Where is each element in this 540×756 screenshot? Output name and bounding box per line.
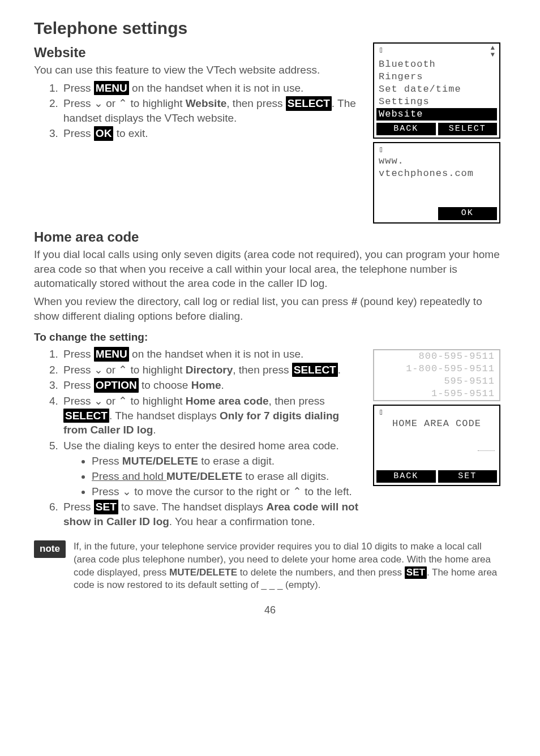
home-step-5b: Press and hold MUTE/DELETE to erase all … — [92, 469, 364, 484]
hac-input — [374, 443, 499, 455]
home-step-2: Press ⌄ or ⌃ to highlight Directory, the… — [61, 363, 364, 377]
up-caret-icon: ⌃ — [118, 364, 127, 376]
hac-title: HOME AREA CODE — [374, 418, 499, 430]
home-step-6: Press SET to save. The handset displays … — [61, 500, 364, 529]
down-caret-icon: ⌄ — [94, 395, 103, 407]
scroll-arrows-icon: ▲▼ — [491, 45, 495, 58]
battery-icon — [379, 45, 383, 58]
home-step-5: Use the dialing keys to enter the desire… — [61, 439, 364, 499]
lcd-dial-options: 800-595-9511 1-800-595-9511 595-9511 1-5… — [373, 349, 500, 401]
menu-item: Set date/time — [374, 83, 499, 96]
page-number: 46 — [34, 603, 506, 617]
softkey-back: BACK — [376, 470, 436, 483]
website-line1: www. — [374, 155, 499, 167]
ok-button: OK — [94, 126, 114, 141]
lcd-website-screen: www. vtechphones.com OK — [373, 142, 500, 224]
dial-option: 800-595-9511 — [374, 350, 499, 363]
battery-icon — [379, 144, 383, 155]
home-step-5c: Press ⌄ to move the cursor to the right … — [92, 484, 364, 499]
website-step-3: Press OK to exit. — [61, 126, 364, 141]
home-step-1: Press MENU on the handset when it is not… — [61, 347, 364, 362]
dial-option: 1-595-9511 — [374, 388, 499, 400]
dial-option: 595-9511 — [374, 375, 499, 388]
menu-button: MENU — [94, 347, 129, 362]
select-button: SELECT — [292, 363, 338, 377]
softkey-ok: OK — [438, 207, 498, 220]
down-caret-icon: ⌄ — [122, 486, 131, 497]
website-step-1: Press MENU on the handset when it is not… — [61, 81, 364, 96]
change-heading: To change the setting: — [34, 330, 506, 345]
website-heading: Website — [34, 44, 364, 62]
battery-icon — [379, 407, 383, 418]
select-button: SELECT — [286, 96, 332, 111]
note-label: note — [34, 540, 66, 558]
set-button: SET — [405, 566, 427, 579]
down-caret-icon: ⌄ — [94, 97, 103, 109]
softkey-set: SET — [438, 470, 498, 483]
up-caret-icon: ⌃ — [118, 97, 127, 109]
home-p1: If you dial local calls using only seven… — [34, 247, 506, 291]
page-title: Telephone settings — [34, 17, 506, 40]
down-caret-icon: ⌄ — [94, 364, 103, 376]
lcd-home-area-code: HOME AREA CODE BACK SET — [373, 405, 500, 486]
website-line2: vtechphones.com — [374, 167, 499, 180]
home-heading: Home area code — [34, 228, 506, 246]
home-step-4: Press ⌄ or ⌃ to highlight Home area code… — [61, 394, 364, 437]
menu-button: MENU — [94, 81, 129, 96]
up-caret-icon: ⌃ — [293, 486, 302, 497]
menu-item-selected: Website — [376, 108, 497, 121]
website-step-2: Press ⌄ or ⌃ to highlight Website, then … — [61, 96, 364, 125]
note-text: If, in the future, your telephone servic… — [74, 540, 506, 592]
option-button: OPTION — [94, 378, 139, 393]
website-steps: Press MENU on the handset when it is not… — [34, 81, 364, 141]
select-button: SELECT — [63, 409, 109, 423]
set-button: SET — [94, 500, 118, 514]
home-p2: When you review the directory, call log … — [34, 294, 506, 323]
softkey-select: SELECT — [438, 123, 498, 135]
menu-item: Settings — [374, 96, 499, 108]
menu-item: Bluetooth — [374, 58, 499, 71]
website-intro: You can use this feature to view the VTe… — [34, 63, 364, 78]
lcd-menu-screen: ▲▼ Bluetooth Ringers Set date/time Setti… — [373, 42, 500, 139]
menu-item: Ringers — [374, 71, 499, 83]
softkey-back: BACK — [376, 123, 436, 135]
up-caret-icon: ⌃ — [118, 395, 127, 407]
home-steps: Press MENU on the handset when it is not… — [34, 347, 364, 529]
dial-option: 1-800-595-9511 — [374, 363, 499, 375]
home-step-3: Press OPTION to choose Home. — [61, 378, 364, 393]
home-step-5a: Press MUTE/DELETE to erase a digit. — [92, 454, 364, 469]
